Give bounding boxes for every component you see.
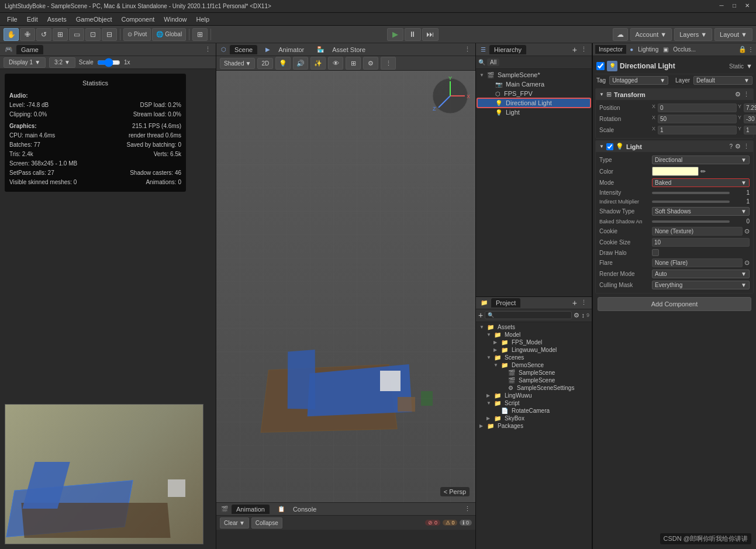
- proj-item-lingwuwu[interactable]: ▶📁LingWuwu: [477, 392, 591, 399]
- light-help[interactable]: ?: [729, 143, 733, 150]
- cookie-field[interactable]: None (Texture): [652, 227, 743, 236]
- minimize-btn[interactable]: ─: [717, 2, 726, 11]
- tag-dropdown[interactable]: Untagged ▼: [609, 76, 668, 85]
- proj-item-demosence[interactable]: ▼📁DemoSence: [477, 361, 591, 369]
- menu-component[interactable]: Component: [116, 15, 159, 24]
- maximize-btn[interactable]: □: [730, 2, 738, 11]
- rect-tool[interactable]: ▭: [69, 28, 84, 41]
- project-tab[interactable]: Project: [491, 298, 520, 308]
- light-type-dropdown[interactable]: Directional ▼: [652, 156, 750, 164]
- scale-tool[interactable]: ⊞: [53, 28, 68, 41]
- snap-tool[interactable]: ⊞: [192, 28, 208, 41]
- scene-gizmo-btn[interactable]: ⚙: [363, 57, 378, 70]
- proj-item-model[interactable]: ▼📁Model: [477, 331, 591, 339]
- shadow-type-dropdown[interactable]: Soft Shadows ▼: [652, 207, 750, 216]
- scale-x-field[interactable]: [658, 126, 737, 134]
- menu-assets[interactable]: Assets: [43, 15, 71, 24]
- scene-grid-btn[interactable]: ⊞: [346, 57, 361, 70]
- proj-item-lingwuwu_model[interactable]: ▶📁Lingwuwu_Model: [477, 346, 591, 354]
- hierarchy-tab[interactable]: Hierarchy: [489, 45, 526, 54]
- shaded-dropdown[interactable]: Shaded ▼: [220, 58, 255, 69]
- menu-window[interactable]: Window: [159, 15, 191, 24]
- proj-add-btn[interactable]: +: [478, 310, 483, 320]
- panel-menu-btn[interactable]: ⋮: [205, 46, 211, 53]
- proj-menu-btn[interactable]: ⋮: [581, 299, 587, 306]
- console-tab[interactable]: Console: [288, 505, 321, 514]
- scene-more-btn[interactable]: ⋮: [381, 57, 396, 70]
- layer-dropdown[interactable]: Default ▼: [693, 76, 752, 85]
- scene-panel-menu[interactable]: ⋮: [464, 46, 471, 53]
- proj-item-scenes[interactable]: ▼📁Scenes: [477, 354, 591, 361]
- scale-slider[interactable]: [97, 58, 120, 67]
- mode-dropdown[interactable]: Baked ▼: [652, 178, 750, 187]
- close-btn[interactable]: ✕: [743, 2, 751, 11]
- color-pick-icon[interactable]: ✏: [700, 168, 706, 175]
- hand-tool[interactable]: ✋: [4, 28, 19, 41]
- scene-hide-btn[interactable]: 👁: [328, 57, 343, 70]
- rot-y-field[interactable]: [744, 115, 756, 123]
- flare-field[interactable]: None (Flare): [652, 258, 743, 267]
- rotate-tool[interactable]: ↺: [36, 28, 51, 41]
- color-swatch[interactable]: [652, 167, 699, 176]
- global-button[interactable]: 🌐 Global: [152, 28, 186, 41]
- hier-item-directionallight[interactable]: 💡Directional Light: [477, 98, 591, 108]
- proj-item-fpsmodel[interactable]: ▶📁FPS_Model: [477, 339, 591, 346]
- transform-header[interactable]: ▼ ⊞ Transform ⚙ ⋮: [596, 89, 753, 100]
- display-select[interactable]: Display 1 ▼: [4, 57, 46, 68]
- object-active-toggle[interactable]: [596, 62, 605, 70]
- layout-button[interactable]: Layout ▼: [714, 28, 752, 41]
- project-search-field[interactable]: 🔍: [485, 311, 572, 319]
- cookie-pick-btn[interactable]: ⊙: [744, 227, 750, 235]
- culling-mask-dropdown[interactable]: Everything ▼: [652, 281, 750, 289]
- hier-item-light2[interactable]: 💡Light: [477, 108, 591, 117]
- animation-tab[interactable]: Animation: [232, 505, 270, 514]
- asset-store-tab[interactable]: Asset Store: [327, 45, 370, 54]
- menu-gameobject[interactable]: GameObject: [71, 15, 117, 24]
- account-button[interactable]: Account ▼: [630, 28, 672, 41]
- proj-btn1[interactable]: ⚙: [574, 312, 579, 319]
- hier-menu-btn[interactable]: ⋮: [581, 46, 587, 53]
- draw-halo-checkbox[interactable]: [652, 249, 659, 256]
- animator-tab[interactable]: Animator: [274, 45, 309, 54]
- lock-icon[interactable]: 🔒: [738, 46, 747, 53]
- menu-help[interactable]: Help: [191, 15, 214, 24]
- add-hier-btn[interactable]: +: [572, 45, 577, 54]
- scale-y-field[interactable]: [744, 126, 756, 134]
- proj-item-assets[interactable]: ▼📁Assets: [477, 323, 591, 331]
- 2d-button[interactable]: 2D: [257, 58, 273, 69]
- add-component-button[interactable]: Add Component: [598, 297, 751, 311]
- proj-item-rotatecamera[interactable]: 📄RotateCamera: [477, 407, 591, 415]
- inspector-tab[interactable]: Inspector: [595, 45, 626, 54]
- play-button[interactable]: ▶: [387, 28, 403, 41]
- collapse-button[interactable]: Collapse: [251, 517, 282, 529]
- occlusion-tab[interactable]: Occlus...: [669, 45, 699, 54]
- transform-more[interactable]: ⋮: [743, 91, 750, 98]
- transform-menu[interactable]: ⚙: [735, 91, 741, 98]
- inspector-menu-btn[interactable]: ⋮: [748, 46, 754, 53]
- move-tool[interactable]: ✙: [20, 28, 35, 41]
- indirect-slider[interactable]: [652, 201, 730, 203]
- hier-item-samplescene[interactable]: ▼🎬SampleScene*: [477, 70, 591, 80]
- scene-lights-btn[interactable]: 💡: [275, 57, 291, 70]
- scene-audio-btn[interactable]: 🔊: [293, 57, 308, 70]
- all-badge[interactable]: All: [487, 58, 499, 66]
- object-name-field[interactable]: [620, 62, 727, 70]
- hier-item-fpsfpv[interactable]: ⬡FPS_FPV: [477, 89, 591, 98]
- pause-button[interactable]: ⏸: [405, 28, 421, 41]
- hier-item-maincamera[interactable]: 📷Main Camera: [477, 80, 591, 89]
- menu-file[interactable]: File: [2, 15, 22, 24]
- light-enabled-toggle[interactable]: [606, 143, 613, 150]
- cookie-size-field[interactable]: [652, 238, 750, 247]
- ratio-select[interactable]: 3:2 ▼: [49, 57, 75, 68]
- flare-pick-btn[interactable]: ⊙: [744, 259, 750, 267]
- scene-tab[interactable]: Scene: [230, 45, 257, 54]
- clear-button[interactable]: Clear ▼: [220, 517, 249, 529]
- proj-item-samplescenesettings[interactable]: ⚙SampleSceneSettings: [477, 384, 591, 392]
- step-button[interactable]: ⏭: [422, 28, 439, 41]
- proj-item-packages[interactable]: ▶📁Packages: [477, 422, 591, 430]
- lighting-tab[interactable]: Lighting: [634, 45, 662, 54]
- light-header[interactable]: ▼ 💡 Light ? ⚙ ⋮: [596, 141, 753, 152]
- rot-x-field[interactable]: [658, 115, 737, 123]
- add-proj-btn[interactable]: +: [572, 298, 577, 308]
- light-menu[interactable]: ⚙: [735, 143, 741, 150]
